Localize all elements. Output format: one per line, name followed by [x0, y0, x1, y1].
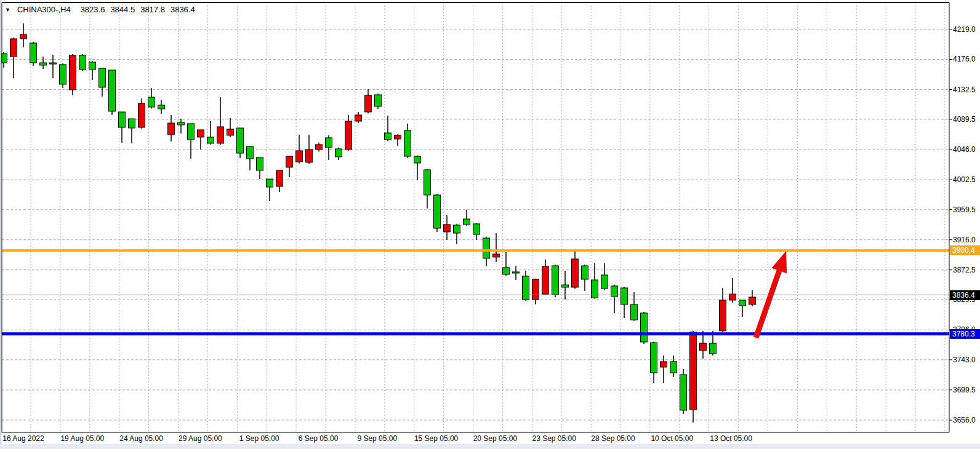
candle-body-up — [641, 313, 648, 342]
candle-body-up — [50, 63, 57, 64]
price-axis-label: 3872.5 — [953, 266, 976, 274]
price-axis-label: 4176.0 — [953, 55, 976, 63]
candle-body-up — [483, 238, 490, 258]
time-axis-label: 9 Sep 05:00 — [357, 434, 397, 443]
candle-body-up — [651, 343, 657, 373]
candle-body-up — [30, 43, 37, 63]
candle-body-down — [700, 343, 707, 351]
candle-body-up — [523, 276, 529, 300]
candle-body-up — [454, 225, 460, 233]
price-axis-label: 4002.5 — [953, 175, 976, 184]
candle-body-up — [473, 224, 480, 234]
candle-body-up — [424, 170, 431, 195]
time-axis-label: 23 Sep 05:00 — [532, 434, 576, 443]
candle-body-up — [582, 266, 588, 279]
price-axis-label: 3743.0 — [953, 356, 976, 364]
price-axis-label: 4046.0 — [953, 145, 976, 154]
time-axis-label: 16 Aug 2022 — [2, 434, 44, 443]
candle-body-up — [60, 65, 66, 84]
candle-body-up — [188, 124, 195, 140]
price-axis-label: 3656.0 — [953, 416, 976, 424]
resistance-price-badge: 3900.4 — [950, 245, 980, 255]
candle-body-up — [464, 219, 470, 224]
candle-body-up — [257, 157, 263, 170]
candle-body-down — [493, 254, 500, 257]
candle-body-up — [552, 266, 559, 295]
candle-body-up — [326, 138, 332, 148]
candle-body-down — [365, 95, 372, 112]
candle-body-down — [286, 156, 293, 167]
ohlc-low: 3817.8 — [140, 5, 165, 14]
candle-body-down — [70, 55, 76, 90]
candle-body-down — [661, 362, 667, 367]
candle-body-down — [542, 266, 549, 294]
time-axis-label: 15 Sep 05:00 — [414, 434, 458, 443]
time-axis-label: 29 Aug 05:00 — [179, 434, 222, 443]
candle-body-up — [621, 288, 628, 304]
candle-body-up — [40, 63, 47, 65]
candle-body-up — [237, 128, 244, 153]
candle-body-up — [631, 304, 638, 320]
candle-body-up — [513, 272, 520, 273]
candle-body-up — [1, 54, 7, 63]
price-axis-label: 3699.5 — [953, 386, 976, 394]
candle-body-up — [680, 375, 687, 410]
price-axis-label: 4089.5 — [953, 115, 976, 124]
candle-body-down — [444, 224, 451, 232]
candle-body-up — [503, 268, 510, 274]
price-axis-label: 4132.5 — [953, 85, 976, 94]
candle-body-up — [247, 146, 254, 159]
candle-body-up — [267, 179, 273, 187]
candle-body-down — [217, 127, 224, 143]
candle-body-up — [129, 119, 135, 128]
candle-body-up — [119, 112, 126, 127]
chart-window: ▼ CHINA300-,H4 3823.6 3844.5 3817.8 3836… — [0, 0, 980, 449]
support-price-badge: 3780.3 — [950, 329, 980, 339]
candle-body-down — [572, 259, 579, 287]
candle-body-down — [227, 129, 234, 135]
symbol-timeframe-label: CHINA300-,H4 — [17, 5, 71, 14]
candle-body-up — [335, 149, 342, 157]
candle-body-up — [601, 275, 608, 288]
candle-body-up — [109, 70, 116, 111]
time-axis-label: 6 Sep 05:00 — [299, 434, 339, 443]
candle-body-up — [207, 137, 214, 143]
ohlc-open: 3823.6 — [81, 5, 105, 14]
candle-body-down — [720, 300, 726, 331]
chart-header: ▼ CHINA300-,H4 3823.6 3844.5 3817.8 3836… — [5, 5, 195, 14]
candle-body-up — [148, 97, 155, 107]
time-axis-label: 20 Sep 05:00 — [473, 434, 517, 443]
plot-background — [2, 2, 949, 432]
candle-body-down — [345, 121, 352, 149]
time-axis-label: 10 Oct 05:00 — [651, 434, 693, 443]
candle-body-down — [276, 170, 283, 186]
candle-body-down — [355, 115, 362, 121]
time-axis-label: 24 Aug 05:00 — [119, 434, 163, 443]
candle-body-down — [10, 39, 17, 57]
ohlc-close: 3836.4 — [171, 5, 195, 14]
symbol-dropdown-icon[interactable]: ▼ — [5, 7, 10, 13]
ohlc-high: 3844.5 — [110, 5, 135, 14]
price-axis-label: 4219.0 — [953, 25, 976, 34]
candle-body-down — [306, 149, 313, 162]
candle-body-up — [178, 122, 185, 125]
candle-body-up — [79, 55, 86, 70]
price-axis-label: 3959.5 — [953, 205, 976, 214]
candle-body-down — [198, 130, 204, 137]
time-axis-label: 28 Sep 05:00 — [591, 434, 635, 443]
candle-body-up — [158, 105, 165, 109]
candle-body-down — [139, 103, 145, 127]
time-axis-label: 13 Oct 05:00 — [710, 434, 752, 443]
candle-body-up — [710, 343, 717, 354]
candle-body-up — [562, 285, 569, 287]
candle-body-down — [296, 151, 303, 162]
chart-canvas[interactable] — [0, 0, 980, 449]
candle-body-up — [670, 362, 677, 373]
candle-body-up — [434, 195, 441, 228]
window-left-edge — [0, 0, 1, 444]
candle-body-up — [414, 156, 421, 163]
candle-body-down — [395, 135, 401, 139]
window-bottom-strip — [0, 444, 980, 449]
candle-body-down — [532, 279, 539, 300]
candle-body-down — [749, 297, 756, 304]
